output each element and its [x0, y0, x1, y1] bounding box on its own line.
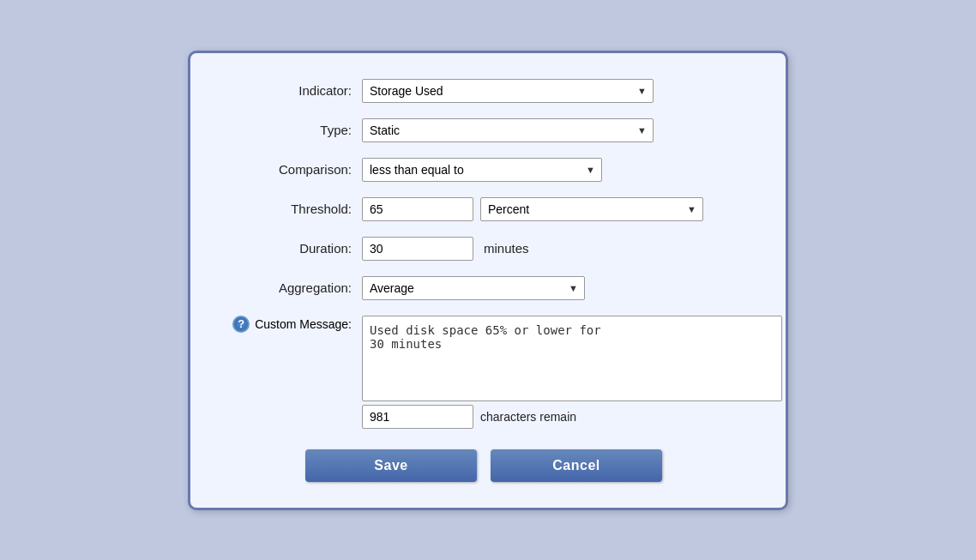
cancel-button[interactable]: Cancel	[491, 449, 662, 482]
custom-message-row: ? Custom Message: Used disk space 65% or…	[216, 316, 751, 429]
aggregation-row: Aggregation: Average Sum Min Max Count	[216, 276, 751, 300]
chars-remain-label: characters remain	[480, 410, 576, 424]
indicator-select[interactable]: Storage Used CPU Used Memory Used	[362, 79, 654, 103]
comparison-select-wrapper: less than equal to greater than equal to…	[362, 158, 602, 182]
indicator-label: Indicator:	[216, 83, 362, 98]
aggregation-select[interactable]: Average Sum Min Max Count	[362, 276, 585, 300]
char-count-input[interactable]	[362, 405, 473, 429]
type-select-wrapper: Static Dynamic Baseline	[362, 118, 654, 142]
indicator-row: Indicator: Storage Used CPU Used Memory …	[216, 79, 751, 103]
help-icon[interactable]: ?	[232, 316, 250, 333]
button-row: Save Cancel	[216, 449, 751, 482]
type-select[interactable]: Static Dynamic Baseline	[362, 118, 654, 142]
threshold-unit-select[interactable]: Percent Absolute	[480, 197, 703, 221]
indicator-select-wrapper: Storage Used CPU Used Memory Used	[362, 79, 654, 103]
threshold-label: Threshold:	[216, 202, 362, 216]
custom-message-content: Used disk space 65% or lower for 30 minu…	[362, 316, 782, 429]
duration-row: Duration: minutes	[216, 237, 751, 261]
custom-message-textarea[interactable]: Used disk space 65% or lower for 30 minu…	[362, 316, 782, 401]
comparison-select[interactable]: less than equal to greater than equal to…	[362, 158, 602, 182]
comparison-row: Comparison: less than equal to greater t…	[216, 158, 751, 182]
comparison-label: Comparison:	[216, 162, 362, 177]
aggregation-label: Aggregation:	[216, 280, 362, 295]
char-count-row: characters remain	[362, 405, 782, 429]
custom-message-label-group: ? Custom Message:	[216, 316, 362, 333]
type-label: Type:	[216, 123, 362, 137]
aggregation-select-wrapper: Average Sum Min Max Count	[362, 276, 585, 300]
type-row: Type: Static Dynamic Baseline	[216, 118, 751, 142]
save-button[interactable]: Save	[305, 449, 477, 482]
minutes-label: minutes	[484, 241, 529, 256]
duration-label: Duration:	[216, 241, 362, 256]
threshold-input[interactable]	[362, 197, 473, 221]
threshold-unit-wrapper: Percent Absolute	[480, 197, 703, 221]
duration-input[interactable]	[362, 237, 473, 261]
threshold-row: Threshold: Percent Absolute	[216, 197, 751, 221]
threshold-inputs: Percent Absolute	[362, 197, 703, 221]
duration-inputs: minutes	[362, 237, 529, 261]
custom-message-label: Custom Message:	[255, 317, 352, 331]
dialog-container: Indicator: Storage Used CPU Used Memory …	[188, 51, 788, 510]
